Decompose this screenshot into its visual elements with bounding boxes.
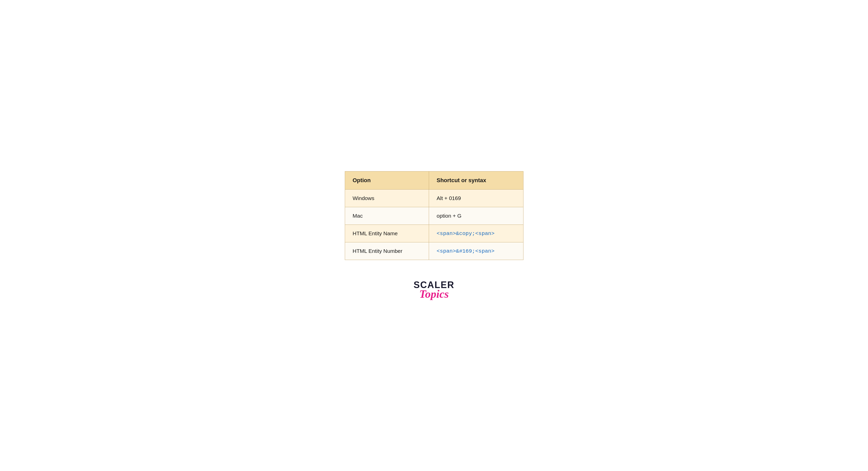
cell-shortcut: option + G	[429, 207, 523, 225]
cell-shortcut: <span>&copy;<span>	[429, 225, 523, 242]
cell-shortcut: <span>&#169;<span>	[429, 242, 523, 260]
column-header-option: Option	[345, 171, 429, 190]
cell-option: HTML Entity Number	[345, 242, 429, 260]
logo-topics-text: Topics	[419, 289, 449, 300]
table-row: HTML Entity Number<span>&#169;<span>	[345, 242, 523, 260]
cell-option: Mac	[345, 207, 429, 225]
table-wrapper: Option Shortcut or syntax WindowsAlt + 0…	[345, 171, 523, 260]
table-body: WindowsAlt + 0169Macoption + GHTML Entit…	[345, 190, 523, 260]
table-row: Macoption + G	[345, 207, 523, 225]
cell-option: HTML Entity Name	[345, 225, 429, 242]
column-header-shortcut: Shortcut or syntax	[429, 171, 523, 190]
cell-option: Windows	[345, 190, 429, 207]
main-container: Option Shortcut or syntax WindowsAlt + 0…	[345, 171, 523, 300]
table-header-row: Option Shortcut or syntax	[345, 171, 523, 190]
shortcuts-table: Option Shortcut or syntax WindowsAlt + 0…	[345, 171, 523, 260]
logo-container: SCALER Topics	[413, 280, 454, 300]
cell-shortcut: Alt + 0169	[429, 190, 523, 207]
table-row: WindowsAlt + 0169	[345, 190, 523, 207]
table-row: HTML Entity Name<span>&copy;<span>	[345, 225, 523, 242]
